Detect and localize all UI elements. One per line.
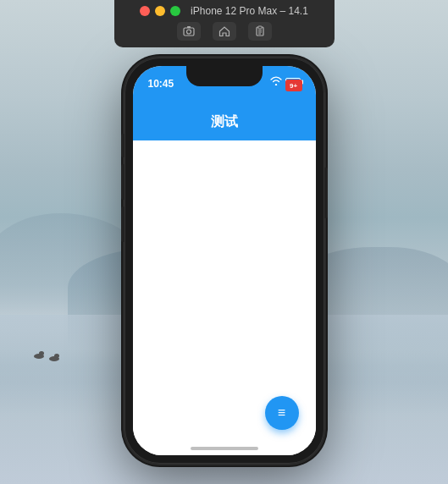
phone-screen: 9+ 10:45 测试 xyxy=(133,66,316,455)
volume-up-button[interactable] xyxy=(121,164,124,200)
svg-rect-4 xyxy=(258,26,262,29)
home-indicator xyxy=(191,447,258,450)
notification-badge: 9+ xyxy=(285,80,302,91)
app-title-bar: 测试 xyxy=(133,103,316,140)
traffic-light-green[interactable] xyxy=(170,6,180,16)
duck-2 xyxy=(49,356,59,361)
paste-button[interactable] xyxy=(248,22,272,41)
simulator-title: iPhone 12 Pro Max – 14.1 xyxy=(191,5,308,17)
svg-rect-2 xyxy=(187,26,191,28)
volume-down-button[interactable] xyxy=(121,206,124,242)
app-title: 测试 xyxy=(211,113,238,131)
simulator-toolbar: iPhone 12 Pro Max – 14.1 xyxy=(114,0,335,47)
duck-1 xyxy=(34,354,44,359)
fab-button[interactable]: ≡ xyxy=(265,396,299,430)
traffic-light-red[interactable] xyxy=(140,6,150,16)
fab-icon: ≡ xyxy=(278,406,285,420)
status-time: 10:45 xyxy=(148,78,174,90)
wifi-icon xyxy=(270,76,282,87)
screenshot-button[interactable] xyxy=(177,22,201,41)
mute-button[interactable] xyxy=(121,134,124,157)
notch xyxy=(186,66,263,86)
toolbar-actions xyxy=(177,22,272,41)
traffic-light-yellow[interactable] xyxy=(155,6,165,16)
svg-point-1 xyxy=(186,30,191,34)
home-button[interactable] xyxy=(213,22,236,41)
phone-frame: 9+ 10:45 测试 xyxy=(124,58,324,464)
svg-rect-0 xyxy=(184,28,194,36)
app-content: ≡ xyxy=(133,140,316,455)
power-button[interactable] xyxy=(324,168,328,218)
toolbar-top-row: iPhone 12 Pro Max – 14.1 xyxy=(140,5,308,17)
